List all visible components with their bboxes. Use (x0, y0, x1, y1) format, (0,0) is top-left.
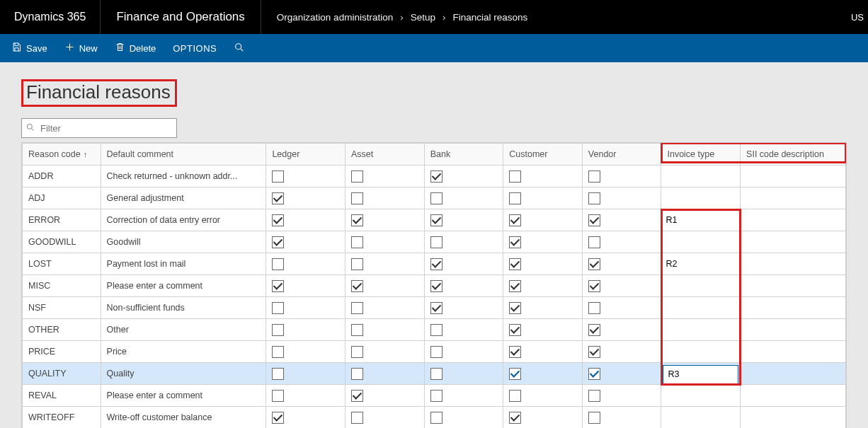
checkbox[interactable] (430, 258, 442, 270)
checkbox[interactable] (272, 170, 284, 183)
checkbox[interactable] (430, 214, 442, 226)
checkbox[interactable] (272, 324, 284, 336)
cell-reason-code[interactable]: ADJ (23, 187, 101, 209)
col-sii[interactable]: SII code description (741, 144, 846, 166)
cell-asset[interactable] (346, 209, 425, 231)
checkbox[interactable] (430, 368, 442, 380)
checkbox[interactable] (509, 214, 521, 226)
checkbox[interactable] (430, 390, 442, 402)
checkbox[interactable] (588, 324, 600, 336)
cell-reason-code[interactable]: MISC (23, 275, 101, 297)
cell-invoice-type[interactable] (661, 363, 741, 385)
cell-asset[interactable] (346, 385, 425, 407)
options-button[interactable]: OPTIONS (166, 34, 224, 62)
cell-asset[interactable] (346, 407, 425, 429)
cell-vendor[interactable] (582, 253, 661, 275)
invoice-type-input[interactable] (661, 341, 740, 362)
checkbox[interactable] (272, 258, 284, 270)
cell-reason-code[interactable]: OTHER (23, 319, 101, 341)
table-row[interactable]: REVALPlease enter a comment (23, 385, 846, 407)
cell-reason-code[interactable]: PRICE (23, 341, 101, 363)
table-row[interactable]: QUALITYQuality (23, 363, 846, 385)
checkbox[interactable] (588, 412, 600, 424)
cell-default-comment[interactable]: Write-off customer balance (101, 407, 266, 429)
filter-input[interactable] (21, 118, 177, 138)
invoice-type-input[interactable] (663, 365, 738, 384)
checkbox[interactable] (272, 412, 284, 424)
cell-invoice-type[interactable] (661, 253, 741, 275)
checkbox[interactable] (430, 192, 442, 204)
table-row[interactable]: GOODWILLGoodwill (23, 231, 846, 253)
invoice-type-input[interactable] (661, 275, 740, 296)
table-row[interactable]: ADJGeneral adjustment (23, 187, 846, 209)
cell-customer[interactable] (503, 275, 583, 297)
cell-sii[interactable] (741, 363, 846, 385)
checkbox[interactable] (509, 368, 521, 380)
checkbox[interactable] (272, 302, 284, 314)
checkbox[interactable] (588, 368, 600, 380)
checkbox[interactable] (509, 236, 521, 248)
col-bank[interactable]: Bank (424, 144, 503, 166)
checkbox[interactable] (351, 346, 363, 358)
checkbox[interactable] (588, 346, 600, 358)
cell-reason-code[interactable]: ERROR (23, 209, 101, 231)
checkbox[interactable] (509, 258, 521, 270)
col-asset[interactable]: Asset (346, 144, 425, 166)
checkbox[interactable] (430, 302, 442, 314)
checkbox[interactable] (351, 324, 363, 336)
cell-vendor[interactable] (582, 275, 661, 297)
checkbox[interactable] (588, 302, 600, 314)
checkbox[interactable] (351, 236, 363, 248)
checkbox[interactable] (509, 192, 521, 204)
checkbox[interactable] (351, 258, 363, 270)
invoice-type-input[interactable] (661, 187, 740, 209)
cell-sii[interactable] (741, 231, 846, 253)
checkbox[interactable] (588, 214, 600, 226)
cell-vendor[interactable] (582, 319, 661, 341)
cell-reason-code[interactable]: LOST (23, 253, 101, 275)
cell-customer[interactable] (503, 407, 583, 429)
cell-bank[interactable] (424, 319, 503, 341)
table-row[interactable]: PRICEPrice (23, 341, 846, 363)
checkbox[interactable] (588, 192, 600, 204)
cell-default-comment[interactable]: Other (101, 319, 266, 341)
cell-vendor[interactable] (582, 187, 661, 209)
checkbox[interactable] (509, 280, 521, 292)
cell-default-comment[interactable]: Price (101, 341, 266, 363)
checkbox[interactable] (430, 324, 442, 336)
checkbox[interactable] (351, 302, 363, 314)
invoice-type-input[interactable] (661, 407, 740, 428)
cell-vendor[interactable] (582, 166, 661, 187)
cell-asset[interactable] (346, 341, 425, 363)
cell-reason-code[interactable]: QUALITY (23, 363, 101, 385)
cell-sii[interactable] (741, 187, 846, 209)
cell-sii[interactable] (741, 341, 846, 363)
cell-default-comment[interactable]: Quality (101, 363, 266, 385)
cell-ledger[interactable] (266, 407, 346, 429)
checkbox[interactable] (272, 192, 284, 204)
checkbox[interactable] (430, 346, 442, 358)
table-row[interactable]: ERRORCorrection of data entry error (23, 209, 846, 231)
brand-label[interactable]: Dynamics 365 (0, 0, 101, 34)
cell-bank[interactable] (424, 253, 503, 275)
cell-bank[interactable] (424, 209, 503, 231)
table-row[interactable]: MISCPlease enter a comment (23, 275, 846, 297)
user-area[interactable]: US (838, 12, 868, 23)
cell-ledger[interactable] (266, 253, 346, 275)
table-row[interactable]: NSFNon-sufficient funds (23, 297, 846, 319)
cell-invoice-type[interactable] (661, 166, 741, 187)
cell-sii[interactable] (741, 253, 846, 275)
table-row[interactable]: OTHEROther (23, 319, 846, 341)
cell-asset[interactable] (346, 363, 425, 385)
cell-sii[interactable] (741, 209, 846, 231)
cell-reason-code[interactable]: GOODWILL (23, 231, 101, 253)
cell-asset[interactable] (346, 231, 425, 253)
table-row[interactable]: WRITEOFFWrite-off customer balance (23, 407, 846, 429)
cell-customer[interactable] (503, 341, 583, 363)
cell-bank[interactable] (424, 166, 503, 187)
cell-ledger[interactable] (266, 209, 346, 231)
invoice-type-input[interactable] (661, 297, 740, 318)
cell-default-comment[interactable]: Please enter a comment (101, 275, 266, 297)
cell-bank[interactable] (424, 297, 503, 319)
checkbox[interactable] (272, 214, 284, 226)
